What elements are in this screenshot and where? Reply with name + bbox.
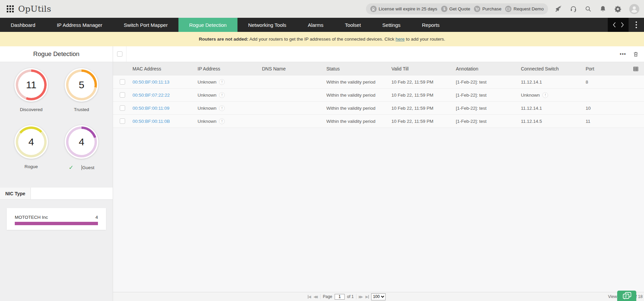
- sidebar: Rogue Detection 11 ✓ Discovered 5 ✓: [0, 46, 113, 301]
- column-header-mac-address[interactable]: MAC Address: [132, 66, 197, 71]
- delete-trash-icon[interactable]: [633, 51, 639, 57]
- chevron-right-icon[interactable]: [621, 22, 624, 28]
- column-header-annotation[interactable]: Annotation: [455, 66, 520, 71]
- tab-nic-type[interactable]: NIC Type: [0, 188, 31, 199]
- gauge-guest[interactable]: 4 ✓ Guest: [56, 125, 107, 182]
- gauge-value: 11: [18, 72, 44, 98]
- mac-address-link[interactable]: 00:50:BF:00:11:13: [132, 80, 169, 85]
- status-value: Within the validity period: [326, 106, 375, 111]
- select-all-checkbox[interactable]: [117, 51, 122, 57]
- text-caret: [82, 165, 82, 170]
- notifications-bell-icon[interactable]: [599, 5, 606, 12]
- warning-icon[interactable]: !: [219, 118, 225, 124]
- get-quote-button[interactable]: $ Get Quote: [441, 6, 470, 12]
- tab-switch-port-mapper[interactable]: Switch Port Mapper: [113, 18, 178, 32]
- column-chooser-icon[interactable]: [633, 66, 639, 72]
- settings-gear-icon[interactable]: [614, 5, 622, 13]
- table-header: MAC Address IP Address DNS Name Status V…: [113, 62, 644, 76]
- column-header-dns-name[interactable]: DNS Name: [261, 66, 326, 71]
- column-header-status[interactable]: Status: [326, 66, 391, 71]
- rocket-icon[interactable]: [555, 5, 562, 13]
- mac-address-link[interactable]: 00:50:BF:07:22:22: [132, 93, 170, 98]
- tab-ip-address-manager[interactable]: IP Address Manager: [46, 18, 113, 32]
- tab-alarms[interactable]: Alarms: [297, 18, 334, 32]
- banner-bold-text: Routers are not added:: [199, 37, 249, 42]
- status-value: Within the validity period: [326, 119, 375, 124]
- summary-gauges: 11 ✓ Discovered 5 ✓ Trusted: [0, 62, 113, 182]
- cart-icon: [474, 6, 480, 12]
- tab-networking-tools[interactable]: Networking Tools: [237, 18, 297, 32]
- tab-dashboard[interactable]: Dashboard: [0, 18, 46, 32]
- column-header-connected-switch[interactable]: Connected Switch: [520, 66, 585, 71]
- first-page-button[interactable]: ◀: [308, 295, 311, 299]
- app-launcher-icon[interactable]: [7, 5, 14, 12]
- gauge-ring: 4: [14, 125, 48, 159]
- valid-till-value: 10 Feb 22, 11:59 PM: [391, 119, 433, 124]
- gauge-value: 4: [18, 129, 44, 155]
- support-headset-icon[interactable]: [570, 5, 577, 12]
- nav-right-controls: [608, 18, 644, 32]
- tab-rogue-detection[interactable]: Rogue Detection: [178, 18, 237, 32]
- gauge-label-row: ✓ Trusted: [74, 107, 89, 112]
- ip-address-value: Unknown: [198, 93, 216, 98]
- port-value: 10: [586, 106, 591, 111]
- nic-type-card: MOTOTECH Inc 4: [7, 208, 106, 230]
- dollar-icon: $: [441, 6, 447, 12]
- gauge-ring: 4: [65, 125, 98, 159]
- nic-type-strip: NIC Type: [0, 188, 113, 200]
- request-demo-button[interactable]: Request Demo: [505, 6, 544, 12]
- row-checkbox[interactable]: [120, 118, 125, 124]
- page-number-input[interactable]: [335, 294, 345, 300]
- tab-reports[interactable]: Reports: [411, 18, 450, 32]
- tab-label: Alarms: [308, 22, 324, 28]
- gauge-ring: 5: [65, 68, 98, 102]
- row-checkbox[interactable]: [120, 92, 125, 98]
- tab-settings[interactable]: Settings: [372, 18, 411, 32]
- port-value: 11: [586, 119, 590, 124]
- gauge-label-row: ✓ Rogue: [24, 164, 38, 169]
- table-row: 00:50:BF:00:11:0B Unknown ! Within the v…: [113, 115, 644, 128]
- tab-label: Rogue Detection: [189, 22, 227, 28]
- feedback-chat-button[interactable]: [617, 291, 636, 301]
- tab-label: Reports: [422, 22, 440, 28]
- chevron-left-icon[interactable]: [613, 22, 616, 28]
- valid-till-value: 10 Feb 22, 11:59 PM: [391, 106, 433, 111]
- page-size-select[interactable]: 100: [371, 293, 386, 300]
- more-actions-icon[interactable]: •••: [620, 51, 626, 57]
- main-nav: DashboardIP Address ManagerSwitch Port M…: [0, 18, 644, 32]
- warning-icon[interactable]: !: [219, 105, 225, 111]
- column-header-port[interactable]: Port: [585, 66, 628, 71]
- next-page-button[interactable]: ▶▶: [359, 295, 363, 299]
- add-routers-link[interactable]: here: [395, 37, 405, 42]
- gauge-rogue[interactable]: 4 ✓ Rogue: [6, 125, 56, 182]
- gauge-discovered[interactable]: 11 ✓ Discovered: [6, 68, 56, 125]
- warning-icon[interactable]: !: [542, 92, 548, 98]
- router-warning-banner: Routers are not added: Add your routers …: [0, 32, 644, 46]
- check-icon: ✓: [69, 164, 73, 171]
- topbar-right: License will expire in 25 days $ Get Quo…: [366, 3, 639, 14]
- warning-icon[interactable]: !: [219, 92, 225, 98]
- toolbar-actions: •••: [620, 51, 644, 57]
- nic-bar-row[interactable]: MOTOTECH Inc 4: [15, 215, 98, 225]
- mac-address-link[interactable]: 00:50:BF:00:11:09: [132, 106, 169, 111]
- column-header-ip-address[interactable]: IP Address: [197, 66, 261, 71]
- pager-divider: [320, 294, 320, 299]
- row-checkbox[interactable]: [120, 105, 125, 111]
- tab-toolset[interactable]: Toolset: [334, 18, 372, 32]
- purchase-button[interactable]: Purchase: [474, 6, 501, 12]
- license-expiry: License will expire in 25 days: [370, 6, 437, 12]
- column-header-valid-till[interactable]: Valid Till: [391, 66, 455, 71]
- gauge-trusted[interactable]: 5 ✓ Trusted: [56, 68, 107, 125]
- mac-address-link[interactable]: 00:50:BF:00:11:0B: [132, 119, 170, 124]
- app-title: OpUtils: [18, 4, 51, 14]
- gauge-ring: 11: [14, 68, 48, 102]
- user-avatar[interactable]: [629, 4, 639, 14]
- annotation-value: [1-Feb-22]: test: [456, 119, 487, 124]
- row-checkbox[interactable]: [120, 79, 125, 85]
- nav-overflow-menu-icon[interactable]: [629, 21, 644, 29]
- search-icon[interactable]: [585, 5, 592, 12]
- warning-icon[interactable]: !: [219, 79, 225, 85]
- valid-till-value: 10 Feb 22, 11:59 PM: [391, 93, 433, 98]
- previous-page-button[interactable]: ◀◀: [314, 295, 318, 299]
- last-page-button[interactable]: ▶: [365, 295, 369, 299]
